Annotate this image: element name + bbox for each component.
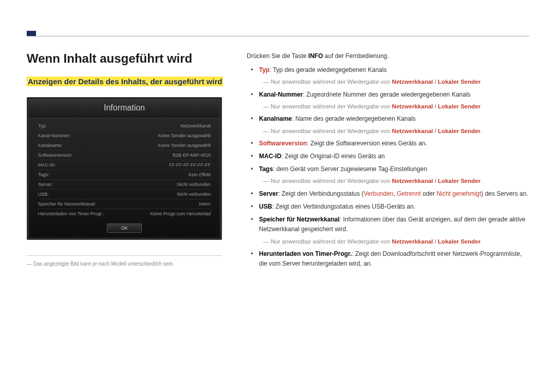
desc-usb: : Zeigt den Verbindungsstatus eines USB-…	[272, 203, 415, 210]
item-softwareversion: Softwareversion: Zeigt die Softwareversi…	[254, 139, 529, 148]
info-row-label: Herunterladen von Timer-Progr.:	[38, 211, 104, 216]
desc-typ: : Typ des gerade wiedergegebenen Kanals	[269, 66, 386, 73]
info-panel-footer: OK	[29, 219, 220, 238]
item-usb: USB: Zeigt den Verbindungsstatus eines U…	[254, 202, 529, 212]
item-server: Server: Zeigt den Verbindungsstatus (Ver…	[254, 189, 529, 199]
info-panel-row: Kanalname:Keine Sender ausgewählt	[38, 141, 211, 151]
intro-suffix: auf der Fernbedienung.	[323, 52, 389, 60]
info-row-value: Netzwerkkanal	[180, 123, 211, 128]
term-usb: USB	[259, 203, 272, 210]
item-tags: Tags: dem Gerät vom Server zugewiesene T…	[254, 164, 529, 186]
info-row-label: Kanalname:	[38, 143, 63, 148]
info-row-label: Tags:	[38, 172, 49, 177]
desc-kanalname: : Name des gerade wiedergegebenen Kanals	[292, 115, 416, 122]
footnote-text: Das angezeigte Bild kann je nach Modell …	[27, 261, 232, 267]
info-row-value: Nicht verbunden	[177, 192, 211, 197]
note-tags: Nur anwendbar während der Wiedergabe von…	[263, 176, 529, 185]
info-row-label: Softwareversion:	[38, 153, 72, 158]
ok-button[interactable]: OK	[107, 223, 141, 233]
info-row-label: MAC-ID:	[38, 162, 56, 167]
header-accent-bar	[27, 31, 36, 36]
intro-key: INFO	[308, 52, 323, 60]
info-panel-inner: Information Typ:NetzwerkkanalKanal-Numme…	[28, 99, 220, 238]
note-speicher: Nur anwendbar während der Wiedergabe von…	[263, 237, 529, 246]
term-timer: Herunterladen von Timer-Progr.	[259, 250, 352, 257]
info-panel-row: Typ:Netzwerkkanal	[38, 121, 211, 131]
left-column: Wenn Inhalt ausgeführt wird Anzeigen der…	[27, 51, 232, 272]
desc-kanalnummer: : Zugeordnete Nummer des gerade wiederge…	[303, 91, 470, 98]
info-panel-row: Softwareversion:B2B-EP-MIP-4510	[38, 151, 211, 160]
item-timer: Herunterladen von Timer-Progr.: Zeigt de…	[254, 249, 529, 269]
intro-text: Drücken Sie die Taste INFO auf der Fernb…	[247, 51, 529, 61]
info-panel-row: Speicher für Netzwerkkanal:Intern	[38, 199, 211, 209]
info-panel-row: Kanal-Nummer:Keine Sender ausgewählt	[38, 131, 211, 141]
info-row-value: Kein Effekt	[189, 172, 211, 177]
footnote-divider	[27, 255, 222, 256]
info-panel-row: MAC-ID:FF-FF-FF-FF-FF-FF	[38, 160, 211, 170]
description-list: Typ: Typ des gerade wiedergegebenen Kana…	[247, 65, 529, 269]
note-typ: Nur anwendbar während der Wiedergabe von…	[263, 77, 529, 86]
intro-prefix: Drücken Sie die Taste	[247, 52, 308, 60]
info-row-value: Intern	[199, 201, 211, 207]
header-rule	[27, 36, 529, 36]
info-panel-title: Information	[29, 99, 220, 118]
page-title: Wenn Inhalt ausgeführt wird	[27, 51, 232, 66]
info-row-value: B2B-EP-MIP-4510	[173, 153, 211, 158]
info-panel-row: USB:Nicht verbunden	[38, 190, 211, 199]
info-row-label: Server:	[38, 182, 53, 187]
desc-tags: : dem Gerät vom Server zugewiesene Tag-E…	[273, 165, 427, 173]
term-kanalnummer: Kanal-Nummer	[259, 91, 303, 98]
term-typ: Typ	[259, 66, 269, 73]
term-macid: MAC-ID	[259, 153, 281, 160]
term-speicher: Speicher für Netzwerkkanal	[259, 216, 340, 223]
term-tags: Tags	[259, 165, 273, 173]
info-panel-row: Server:Nicht verbunden	[38, 180, 211, 190]
item-speicher: Speicher für Netzwerkkanal: Informatione…	[254, 215, 529, 246]
desc-macid: : Zeigt die Original-ID eines Geräts an	[281, 153, 384, 160]
info-panel-row: Tags:Kein Effekt	[38, 170, 211, 180]
section-heading: Anzeigen der Details des Inhalts, der au…	[27, 77, 223, 86]
info-row-value: FF-FF-FF-FF-FF-FF	[169, 162, 211, 167]
note-kanalname: Nur anwendbar während der Wiedergabe von…	[263, 126, 529, 136]
info-row-value: Nicht verbunden	[177, 182, 211, 187]
info-panel-rows: Typ:NetzwerkkanalKanal-Nummer:Keine Send…	[29, 118, 220, 219]
info-row-label: Typ:	[38, 123, 47, 128]
section-heading-wrap: Anzeigen der Details des Inhalts, der au…	[27, 76, 232, 88]
item-typ: Typ: Typ des gerade wiedergegebenen Kana…	[254, 65, 529, 87]
info-row-label: USB:	[38, 192, 49, 197]
note-kanalnummer: Nur anwendbar während der Wiedergabe von…	[263, 102, 529, 111]
info-row-label: Kanal-Nummer:	[38, 133, 70, 138]
info-row-value: Keine Progs zum Herunterlad	[150, 211, 211, 216]
item-kanalname: Kanalname: Name des gerade wiedergegeben…	[254, 114, 529, 136]
info-row-label: Speicher für Netzwerkkanal:	[38, 201, 96, 207]
info-panel: Information Typ:NetzwerkkanalKanal-Numme…	[27, 97, 222, 240]
desc-softwareversion: : Zeigt die Softwareversion eines Geräts…	[307, 140, 427, 147]
item-macid: MAC-ID: Zeigt die Original-ID eines Gerä…	[254, 152, 529, 161]
info-panel-row: Herunterladen von Timer-Progr.:Keine Pro…	[38, 209, 211, 218]
page-content: Wenn Inhalt ausgeführt wird Anzeigen der…	[27, 51, 529, 272]
right-column: Drücken Sie die Taste INFO auf der Fernb…	[247, 51, 529, 272]
item-kanalnummer: Kanal-Nummer: Zugeordnete Nummer des ger…	[254, 90, 529, 111]
info-row-value: Keine Sender ausgewählt	[158, 133, 211, 138]
term-server: Server	[259, 190, 278, 197]
info-row-value: Keine Sender ausgewählt	[158, 143, 211, 148]
term-kanalname: Kanalname	[259, 115, 292, 122]
term-softwareversion: Softwareversion	[259, 140, 307, 147]
